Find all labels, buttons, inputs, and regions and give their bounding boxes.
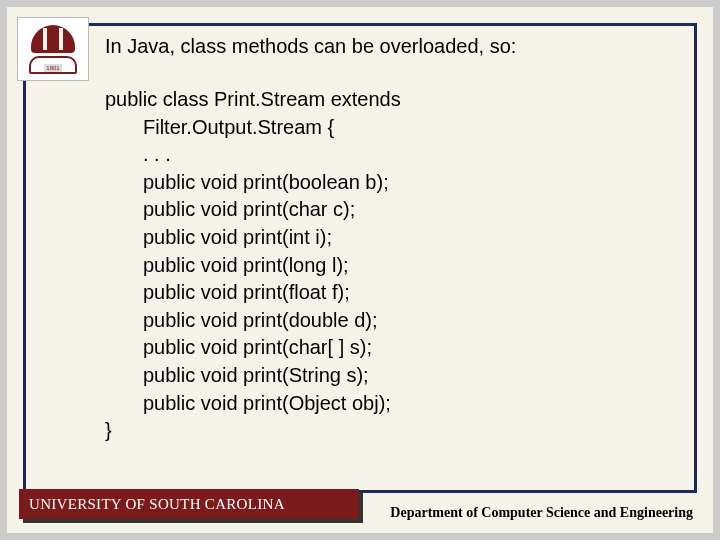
code-line: public void print(double d);: [105, 307, 673, 335]
code-line: public void print(String s);: [105, 362, 673, 390]
university-logo: 1801: [17, 17, 89, 81]
code-line: public void print(boolean b);: [105, 169, 673, 197]
university-name: UNIVERSITY OF SOUTH CAROLINA: [29, 496, 285, 513]
logo-gate-icon: 1801: [29, 56, 77, 74]
code-line: public void print(long l);: [105, 252, 673, 280]
code-line: public void print(char[ ] s);: [105, 334, 673, 362]
logo-year: 1801: [44, 64, 61, 72]
department-name: Department of Computer Science and Engin…: [390, 505, 693, 521]
code-block: public class Print.Stream extends Filter…: [105, 86, 673, 445]
code-line: public void print(int i);: [105, 224, 673, 252]
code-line: public void print(Object obj);: [105, 390, 673, 418]
code-line: public class Print.Stream extends: [105, 86, 673, 114]
slide-content: In Java, class methods can be overloaded…: [105, 35, 673, 445]
code-line: public void print(float f);: [105, 279, 673, 307]
footer-left-bar: UNIVERSITY OF SOUTH CAROLINA: [19, 489, 359, 519]
logo-tree-icon: [31, 25, 75, 53]
code-line: Filter.Output.Stream {: [105, 114, 673, 142]
intro-text: In Java, class methods can be overloaded…: [105, 35, 673, 58]
code-line: public void print(char c);: [105, 196, 673, 224]
code-line: . . .: [105, 141, 673, 169]
code-line: }: [105, 417, 673, 445]
slide: 1801 In Java, class methods can be overl…: [7, 7, 713, 533]
